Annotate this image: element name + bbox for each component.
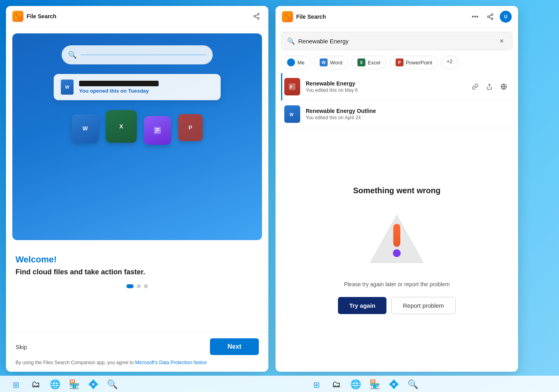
svg-rect-29 xyxy=(393,224,400,247)
taskbar-start-right[interactable]: ⊞ xyxy=(309,376,326,392)
doc-preview-card: W You opened this on Tuesday xyxy=(54,74,221,100)
result-1-icon: P xyxy=(284,78,300,95)
search-illus-icon: 🔍 xyxy=(68,50,77,59)
filter-word-label: Word xyxy=(330,60,342,66)
dot-2[interactable] xyxy=(137,284,141,288)
dot-3[interactable] xyxy=(144,284,148,288)
svg-text:W: W xyxy=(290,113,294,117)
result-1-web-btn[interactable] xyxy=(498,81,509,92)
taskbar-right: ⊞ 🗂 🌐 🏪 💠 🔍 xyxy=(301,376,555,392)
taskbar-store-left[interactable]: 🏪 xyxy=(65,376,83,392)
right-titlebar-right: ••• U xyxy=(470,11,512,23)
right-share-icon[interactable] xyxy=(485,11,496,22)
left-titlebar: File Search xyxy=(6,6,268,27)
panel-content: Welcome! Find cloud files and take actio… xyxy=(6,246,268,332)
svg-rect-13 xyxy=(285,14,287,16)
svg-point-5 xyxy=(254,16,256,17)
search-clear-btn[interactable]: ✕ xyxy=(497,36,507,46)
right-titlebar-left: File Search xyxy=(282,11,326,22)
taskbar-left: ⊞ 🗂 🌐 🏪 💠 🔍 xyxy=(4,376,135,392)
error-title: Something went wrong xyxy=(353,186,441,195)
filter-excel-label: Excel xyxy=(368,60,380,66)
result-2-icon: W xyxy=(284,105,300,123)
excel-float-icon: X xyxy=(106,110,137,143)
floating-icons: W X P xyxy=(72,112,203,145)
panel-footer: Skip Next By using the Files Search Comp… xyxy=(6,332,268,372)
filter-more[interactable]: +2 xyxy=(441,56,458,69)
result-item-2[interactable]: W Renewable Energy Outline You edited th… xyxy=(281,101,512,128)
svg-line-21 xyxy=(489,15,491,16)
pagination-dots xyxy=(16,284,259,288)
skip-button[interactable]: Skip xyxy=(16,340,27,354)
svg-text:⊞: ⊞ xyxy=(313,380,320,389)
result-2-subtitle: You edited this on April 24 xyxy=(306,115,509,120)
right-panel: File Search ••• U 🔍 Renewable Energy ✕ xyxy=(276,6,518,372)
svg-point-19 xyxy=(491,18,493,20)
search-query-text[interactable]: Renewable Energy xyxy=(298,38,494,45)
result-1-subtitle: You edited this on May 6 xyxy=(306,87,464,93)
search-illustration: 🔍 xyxy=(62,45,213,64)
taskbar-vscode-left[interactable]: 💠 xyxy=(84,376,102,392)
taskbar-files-right[interactable]: 🗂 xyxy=(328,376,345,392)
svg-text:P: P xyxy=(290,85,293,89)
result-item-1[interactable]: P Renewable Energy You edited this on Ma… xyxy=(281,73,512,101)
taskbar-edge-left[interactable]: 🌐 xyxy=(46,376,64,392)
result-2-text: Renewable Energy Outline You edited this… xyxy=(306,108,509,120)
error-message: Please try again later or report the pro… xyxy=(344,281,450,287)
legal-link[interactable]: Microsoft's Data Protection Notice xyxy=(135,360,207,365)
filter-excel[interactable]: X Excel xyxy=(351,56,386,69)
svg-rect-15 xyxy=(285,17,287,19)
result-1-link-btn[interactable] xyxy=(470,81,481,92)
left-app-icon xyxy=(12,11,23,22)
taskbar-edge-right[interactable]: 🌐 xyxy=(347,376,364,392)
filter-powerpoint[interactable]: P PowerPoint xyxy=(390,56,438,69)
doc-opened-subtitle: You opened this on Tuesday xyxy=(79,88,159,94)
error-buttons: Try again Report problem xyxy=(338,297,455,314)
svg-rect-3 xyxy=(18,17,21,19)
report-button[interactable]: Report problem xyxy=(391,297,455,314)
welcome-subtitle: Find cloud files and take action faster. xyxy=(16,268,259,276)
left-share-icon[interactable] xyxy=(251,11,262,22)
svg-point-30 xyxy=(393,249,401,257)
legal-prefix: By using the Files Search Companion app,… xyxy=(16,360,135,365)
try-again-button[interactable]: Try again xyxy=(338,297,386,314)
filter-word[interactable]: W Word xyxy=(314,56,348,69)
welcome-heading: Welcome! xyxy=(16,254,259,265)
error-svg xyxy=(365,204,429,276)
taskbar-files-left[interactable]: 🗂 xyxy=(27,376,45,392)
ppt-chip-icon: P xyxy=(396,58,404,66)
svg-rect-14 xyxy=(288,14,290,16)
taskbar-filesearch-right[interactable]: 🔍 xyxy=(404,376,421,392)
next-button[interactable]: Next xyxy=(210,338,259,355)
dot-1[interactable] xyxy=(126,284,134,288)
hero-image: 🔍 W You opened this on Tuesday W X xyxy=(12,33,262,240)
svg-rect-2 xyxy=(15,17,17,19)
svg-point-18 xyxy=(487,16,489,18)
ppt-float-icon: P xyxy=(178,114,203,141)
result-2-title: Renewable Energy Outline xyxy=(306,108,509,114)
doc-preview-text: You opened this on Tuesday xyxy=(79,81,159,94)
taskbar-filesearch-left[interactable]: 🔍 xyxy=(103,376,121,392)
filter-me[interactable]: 👤 Me xyxy=(281,56,311,69)
search-box[interactable]: 🔍 Renewable Energy ✕ xyxy=(281,32,512,50)
svg-point-4 xyxy=(257,14,259,16)
svg-line-20 xyxy=(489,17,491,18)
footer-legal: By using the Files Search Companion app,… xyxy=(16,360,259,365)
result-1-text: Renewable Energy You edited this on May … xyxy=(306,80,464,93)
right-titlebar: File Search ••• U xyxy=(276,6,518,28)
me-icon: 👤 xyxy=(287,58,295,66)
right-app-title: File Search xyxy=(296,14,326,20)
search-bar-line xyxy=(81,54,206,55)
taskbar-vscode-right[interactable]: 💠 xyxy=(385,376,402,392)
result-1-share-btn[interactable] xyxy=(484,81,495,92)
result-1-actions xyxy=(470,81,509,92)
taskbar-store-right[interactable]: 🏪 xyxy=(366,376,383,392)
error-illustration xyxy=(365,208,429,272)
taskbar-start-left[interactable]: ⊞ xyxy=(8,376,25,392)
svg-point-17 xyxy=(491,14,493,16)
more-options-btn[interactable]: ••• xyxy=(470,11,481,22)
svg-rect-16 xyxy=(288,17,290,19)
user-avatar[interactable]: U xyxy=(500,11,512,23)
svg-rect-0 xyxy=(15,14,17,16)
svg-point-6 xyxy=(257,17,259,19)
